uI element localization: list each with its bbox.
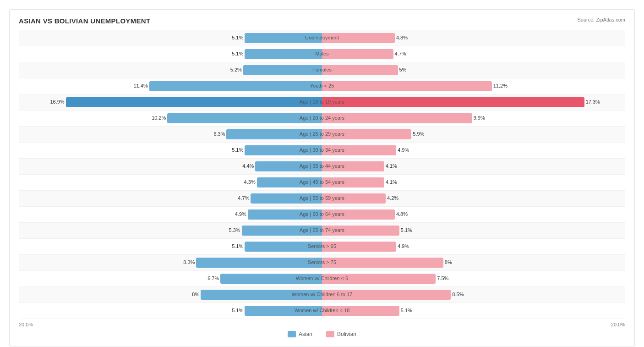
row-label: Women w/ Children < 18 — [295, 308, 350, 313]
legend-row: AsianBolivian — [19, 331, 625, 337]
bar-row: Women w/ Children < 185.1%5.1% — [19, 303, 625, 319]
bar-row: Women w/ Children 6 to 178%8.5% — [19, 287, 625, 303]
right-section: 17.3% — [322, 94, 625, 110]
value-left: 11.4% — [133, 83, 147, 88]
value-left: 4.3% — [244, 179, 256, 185]
bar-left — [245, 49, 322, 59]
value-right: 11.2% — [493, 83, 508, 88]
value-right: 4.8% — [396, 211, 408, 217]
value-right: 9.9% — [474, 115, 485, 121]
left-section: 8.3% — [19, 255, 322, 270]
bar-row: Age | 30 to 34 years5.1%4.9% — [19, 143, 625, 159]
right-section: 4.2% — [322, 191, 625, 206]
value-right: 7.5% — [437, 275, 448, 281]
left-section: 6.3% — [19, 127, 322, 142]
chart-container: ASIAN VS BOLIVIAN UNEMPLOYMENT Source: Z… — [9, 9, 635, 347]
value-right: 8.5% — [452, 292, 464, 297]
left-section: 4.9% — [19, 207, 322, 222]
legend-item: Asian — [288, 331, 312, 337]
right-section: 8.5% — [322, 287, 625, 303]
legend-swatch — [326, 331, 334, 337]
bar-right — [322, 65, 398, 75]
left-section: 4.7% — [19, 191, 322, 206]
left-section: 5.1% — [19, 46, 322, 62]
bar-row: Age | 20 to 24 years10.2%9.9% — [19, 110, 625, 127]
right-section: 4.9% — [322, 143, 625, 158]
right-section: 8% — [322, 255, 625, 270]
right-section: 5% — [322, 62, 625, 78]
bar-row: Age | 35 to 44 years4.4%4.1% — [19, 159, 625, 175]
value-left: 5.1% — [232, 308, 243, 313]
bar-row: Age | 45 to 54 years4.3%4.1% — [19, 175, 625, 191]
right-section: 4.7% — [322, 46, 625, 62]
legend-swatch — [288, 331, 296, 337]
left-section: 4.4% — [19, 159, 322, 174]
bar-left — [167, 113, 322, 123]
row-label: Age | 65 to 74 years — [300, 227, 344, 233]
row-label: Women w/ Children < 6 — [296, 275, 348, 281]
chart-body: Unemployment5.1%4.8%Males5.1%4.7%Females… — [19, 30, 625, 319]
left-section: 10.2% — [19, 110, 322, 126]
row-label: Males — [315, 51, 328, 56]
legend-item: Bolivian — [326, 331, 356, 337]
value-right: 5% — [399, 67, 407, 72]
value-right: 17.3% — [586, 99, 600, 105]
left-section: 8% — [19, 287, 322, 303]
row-label: Youth < 25 — [310, 83, 334, 88]
bar-row: Women w/ Children < 66.7%7.5% — [19, 271, 625, 287]
row-label: Age | 35 to 44 years — [300, 163, 344, 169]
value-left: 6.7% — [207, 275, 219, 281]
left-section: 5.1% — [19, 30, 322, 46]
bar-row: Age | 60 to 64 years4.9%4.8% — [19, 207, 625, 223]
bar-right — [322, 113, 472, 123]
value-right: 4.2% — [387, 195, 398, 201]
bar-row: Seniors > 655.1%4.9% — [19, 239, 625, 255]
left-section: 16.9% — [19, 94, 322, 110]
chart-source: Source: ZipAtlas.com — [577, 17, 625, 22]
bar-right — [322, 258, 443, 268]
bar-row: Males5.1%4.7% — [19, 46, 625, 62]
bar-row: Age | 25 to 29 years6.3%5.9% — [19, 127, 625, 143]
bar-right — [322, 97, 584, 107]
left-section: 5.1% — [19, 303, 322, 319]
right-section: 9.9% — [322, 110, 625, 126]
legend-label: Bolivian — [337, 331, 356, 337]
left-section: 5.2% — [19, 62, 322, 78]
value-left: 8.3% — [183, 259, 195, 265]
left-section: 5.3% — [19, 223, 322, 238]
value-left: 8% — [192, 292, 199, 297]
axis-right-label: 20.0% — [611, 322, 625, 327]
left-section: 4.3% — [19, 175, 322, 190]
value-right: 4.1% — [386, 163, 397, 169]
right-section: 11.2% — [322, 78, 625, 94]
bar-row: Age | 16 to 19 years16.9%17.3% — [19, 94, 625, 110]
bar-row: Unemployment5.1%4.8% — [19, 30, 625, 46]
bar-row: Age | 65 to 74 years5.3%5.1% — [19, 223, 625, 239]
row-label: Age | 20 to 24 years — [300, 115, 344, 121]
right-section: 5.9% — [322, 127, 625, 142]
bar-row: Seniors > 758.3%8% — [19, 255, 625, 271]
value-right: 5.1% — [401, 308, 412, 313]
axis-left-label: 20.0% — [19, 322, 33, 327]
row-label: Age | 16 to 19 years — [300, 99, 344, 105]
value-left: 5.3% — [229, 227, 240, 233]
value-left: 5.1% — [232, 147, 243, 153]
bar-left — [196, 258, 322, 268]
value-left: 5.2% — [230, 67, 242, 72]
bar-left — [66, 97, 322, 107]
row-label: Females — [312, 67, 332, 72]
row-label: Age | 55 to 59 years — [300, 195, 344, 201]
right-section: 7.5% — [322, 271, 625, 286]
legend-label: Asian — [299, 331, 312, 337]
bar-right — [322, 81, 492, 91]
value-left: 16.9% — [50, 99, 64, 105]
value-left: 5.1% — [232, 51, 243, 56]
value-right: 4.9% — [398, 243, 409, 249]
bar-left — [243, 65, 322, 75]
row-label: Seniors > 65 — [308, 243, 336, 249]
row-label: Seniors > 75 — [308, 259, 336, 265]
axis-row: 20.0% 20.0% — [19, 319, 625, 329]
left-section: 11.4% — [19, 78, 322, 94]
right-section: 5.1% — [322, 223, 625, 238]
value-left: 4.4% — [242, 163, 254, 169]
